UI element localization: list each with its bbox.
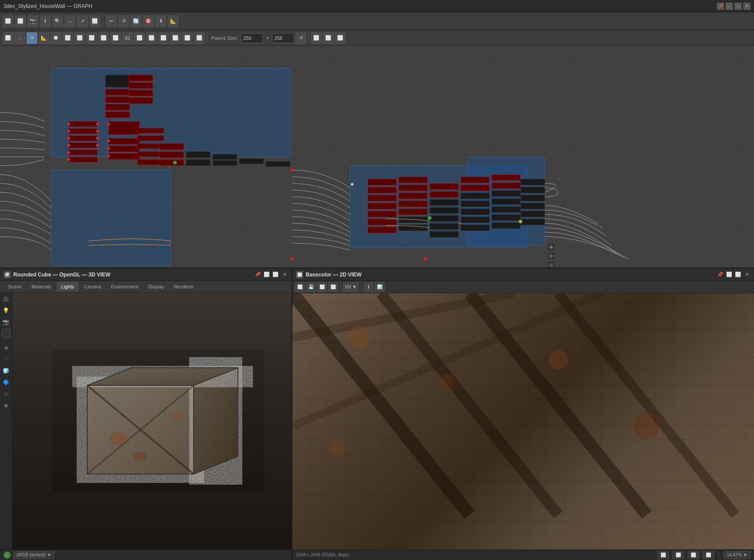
svg-rect-66 (492, 183, 521, 189)
tb2-btn-view3[interactable]: ⬜ (335, 32, 346, 44)
panel-2d-expand[interactable]: ⬜ (735, 271, 742, 278)
close-btn[interactable]: ✕ (743, 3, 750, 10)
sidebar-obj1-btn[interactable]: ⊕ (1, 343, 11, 353)
svg-point-79 (67, 130, 70, 132)
maximize-btn[interactable]: □ (735, 3, 742, 10)
tb2d-copy-btn[interactable]: ⬜ (317, 282, 327, 292)
tb2-btn-view2[interactable]: ⬜ (323, 32, 334, 44)
panel-2d-title: Basecolor — 2D VIEW (306, 272, 361, 278)
sidebar-obj2-btn[interactable]: ↑ (1, 354, 11, 364)
tb2-btn-12[interactable]: ⬜ (146, 32, 157, 44)
statusbar-btn-1[interactable]: ⬜ (657, 551, 669, 559)
sidebar-camera-btn[interactable]: 🎥 (1, 294, 11, 304)
tb2d-paste-btn[interactable]: ⬜ (328, 282, 338, 292)
tb2-btn-view1[interactable]: ⬜ (311, 32, 322, 44)
tb2-btn-6[interactable]: ⬜ (74, 32, 85, 44)
panel-2d-content[interactable] (292, 293, 754, 549)
toolbar-btn-arrow[interactable]: ↗ (77, 16, 88, 27)
tb2d-save-btn[interactable]: 💾 (306, 282, 316, 292)
toolbar-btn-redo[interactable]: ↺ (118, 16, 129, 27)
pin-btn[interactable]: 📌 (717, 3, 724, 10)
svg-point-90 (107, 147, 110, 150)
svg-rect-53 (430, 199, 459, 206)
title-bar: 3dex_Stylized_HouseWall — GRAPH 📌 — □ ✕ (0, 0, 754, 12)
tb2-btn-14[interactable]: ⬜ (170, 32, 181, 44)
svg-point-81 (67, 144, 70, 147)
svg-rect-67 (492, 191, 521, 197)
svg-rect-19 (105, 75, 130, 87)
panel-3d-pin[interactable]: 📌 (254, 271, 261, 278)
sidebar-obj5-btn[interactable]: ◇ (1, 389, 11, 399)
tb2-btn-angle[interactable]: 📐 (39, 32, 49, 44)
statusbar-btn-2[interactable]: ⬜ (672, 551, 684, 559)
parent-size-input-h[interactable] (272, 33, 294, 43)
tb2-btn-15[interactable]: ⬜ (182, 32, 193, 44)
tb2-btn-5[interactable]: ⬜ (62, 32, 73, 44)
sidebar-photo-btn[interactable]: 📷 (1, 317, 11, 327)
zoom-level-btn[interactable]: 14.47% ▼ (723, 551, 750, 559)
svg-rect-2 (350, 166, 527, 248)
panel-2d-close[interactable]: ✕ (743, 271, 750, 278)
tb2-btn-x[interactable]: ✕ (27, 32, 37, 44)
tb2-btn-7[interactable]: ⬜ (86, 32, 97, 44)
tab-renderer[interactable]: Renderer (169, 282, 198, 292)
graph-area[interactable]: ⊕ ⊖ ◎ ⊞ (0, 46, 754, 268)
tb2-btn-8[interactable]: ⬜ (98, 32, 109, 44)
top-toolbar-2: ⬜ ○ ✕ 📐 🔲 ⬜ ⬜ ⬜ ⬜ ⬜ 01 ⬜ ⬜ ⬜ ⬜ ⬜ ⬜ Paren… (0, 30, 754, 46)
parent-size-reset[interactable]: ↺ (295, 32, 306, 44)
sidebar-obj3-btn[interactable]: 🧊 (1, 366, 11, 376)
minimize-btn[interactable]: — (726, 3, 733, 10)
toolbar-btn-scene[interactable]: ⬜ (3, 16, 13, 27)
tab-display[interactable]: Display (144, 282, 168, 292)
svg-point-82 (67, 151, 70, 154)
sidebar-sq-btn[interactable] (2, 329, 11, 338)
colorspace-btn[interactable]: sRGB (default) ▼ (13, 551, 54, 559)
svg-point-88 (107, 123, 110, 125)
toolbar-btn-target[interactable]: 🎯 (143, 16, 154, 27)
tb2d-uv-btn[interactable]: UV ▼ (343, 282, 359, 292)
tb2-btn-16[interactable]: ⬜ (194, 32, 205, 44)
tb2d-info-btn[interactable]: ℹ (364, 282, 373, 292)
tb2-btn-11[interactable]: ⬜ (134, 32, 145, 44)
svg-line-131 (470, 293, 647, 515)
svg-rect-31 (186, 152, 210, 158)
sidebar-light-btn[interactable]: 💡 (1, 306, 11, 315)
tab-environment[interactable]: Environment (106, 282, 143, 292)
tab-materials[interactable]: Materials (27, 282, 56, 292)
toolbar-btn-pan[interactable]: ↔ (65, 16, 75, 27)
parent-size-input-w[interactable] (241, 33, 263, 43)
panel-3d-restore[interactable]: ⬜ (263, 271, 270, 278)
tb2d-frame-btn[interactable]: ⬜ (295, 282, 305, 292)
tab-lights[interactable]: Lights (57, 282, 78, 292)
svg-line-129 (292, 293, 470, 515)
viewport-3d[interactable] (12, 292, 291, 549)
toolbar-btn-measure[interactable]: 📐 (168, 16, 179, 27)
tb2d-stats-btn[interactable]: 📊 (375, 282, 385, 292)
panel-2d-restore[interactable]: ⬜ (726, 271, 733, 278)
tb2-btn-13[interactable]: ⬜ (158, 32, 169, 44)
toolbar-btn-info[interactable]: ℹ (40, 16, 51, 27)
toolbar-btn-import[interactable]: ⬇ (155, 16, 166, 27)
tb2-btn-9[interactable]: ⬜ (110, 32, 121, 44)
statusbar-btn-4[interactable]: ⬜ (703, 551, 714, 559)
sidebar-obj4-btn[interactable]: 🔷 (1, 377, 11, 387)
toolbar-btn-move[interactable]: ⬜ (15, 16, 26, 27)
toolbar-btn-refresh[interactable]: 🔄 (131, 16, 141, 27)
toolbar-btn-zoom[interactable]: 🔍 (52, 16, 63, 27)
panel-2d-pin[interactable]: 📌 (717, 271, 724, 278)
toolbar-btn-undo[interactable]: ↩ (106, 16, 117, 27)
viewport-2d[interactable] (292, 293, 754, 549)
tb2-btn-10[interactable]: 01 (122, 32, 133, 44)
toolbar-btn-camera[interactable]: 📷 (27, 16, 38, 27)
panel-3d-close[interactable]: ✕ (281, 271, 288, 278)
toolbar-btn-frame[interactable]: ⬜ (89, 16, 100, 27)
tb2-btn-2[interactable]: ○ (15, 32, 25, 44)
tb2-btn-grid[interactable]: 🔲 (51, 32, 61, 44)
tab-camera[interactable]: Camera (79, 282, 105, 292)
panel-2d-header: ⬜ Basecolor — 2D VIEW 📌 ⬜ ⬜ ✕ (292, 268, 754, 281)
tab-scene[interactable]: Scene (4, 282, 26, 292)
sidebar-obj6-btn[interactable]: ◈ (1, 401, 11, 410)
statusbar-btn-3[interactable]: ⬜ (688, 551, 699, 559)
tb2-btn-1[interactable]: ⬜ (3, 32, 13, 44)
panel-3d-expand[interactable]: ⬜ (272, 271, 279, 278)
